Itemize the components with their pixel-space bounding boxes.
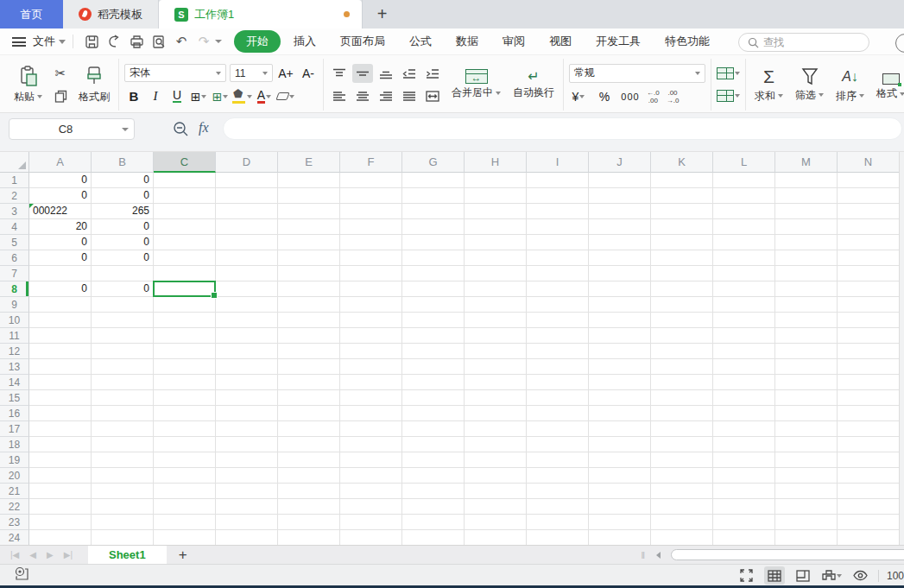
undo-button[interactable]: ↶ (170, 31, 193, 52)
underline-button[interactable]: U (168, 87, 186, 106)
borders-button[interactable]: ⊞ (189, 87, 208, 106)
row-header-8[interactable]: 8 (0, 281, 29, 297)
row-header-14[interactable]: 14 (0, 375, 29, 390)
row-header-10[interactable]: 10 (0, 313, 29, 328)
cell-B8[interactable]: 0 (92, 281, 154, 297)
file-menu[interactable]: 文件 (33, 34, 55, 49)
quick-access-chevron-icon[interactable] (215, 40, 222, 43)
zoom-level[interactable]: 100 (887, 570, 904, 582)
file-chevron-icon[interactable] (59, 40, 66, 44)
row-header-18[interactable]: 18 (0, 437, 29, 452)
normal-view-button[interactable] (764, 566, 785, 585)
align-bottom-button[interactable] (376, 64, 396, 83)
column-header-A[interactable]: A (29, 152, 92, 173)
row-header-16[interactable]: 16 (0, 406, 29, 421)
cell-B5[interactable]: 0 (92, 235, 154, 250)
redo-button[interactable]: ↷ (193, 31, 215, 52)
sheet-nav-arrow[interactable]: ▶ (47, 550, 54, 560)
menu-tab[interactable]: 开始 (234, 30, 281, 53)
format-painter-button[interactable]: 格式刷 (75, 60, 113, 110)
paste-button[interactable]: 粘贴 (10, 60, 46, 110)
align-center-button[interactable] (352, 86, 373, 105)
cell-A3[interactable]: 000222 (29, 204, 92, 219)
export-button[interactable] (103, 31, 125, 52)
tab-workbook[interactable]: S 工作簿1 (159, 0, 362, 28)
row-header-11[interactable]: 11 (0, 328, 29, 344)
decrease-decimal-button[interactable]: .00→.0 (667, 89, 680, 104)
row-header-20[interactable]: 20 (0, 468, 29, 484)
grid-body[interactable]: 0000000222265200000000 (0, 173, 899, 545)
increase-decimal-button[interactable]: ←.0.00 (647, 89, 660, 104)
row-header-2[interactable]: 2 (0, 188, 29, 204)
align-left-button[interactable] (329, 86, 350, 105)
cut-button[interactable]: ✂ (51, 64, 70, 83)
justify-button[interactable] (399, 86, 420, 105)
cell-A6[interactable]: 0 (29, 250, 92, 266)
copy-button[interactable] (51, 86, 70, 105)
row-header-1[interactable]: 1 (0, 173, 29, 188)
distribute-button[interactable] (422, 86, 443, 105)
menu-tab[interactable]: 开发工具 (585, 31, 652, 52)
wrap-text-button[interactable]: ↵ 自动换行 (509, 60, 558, 110)
split-handle-icon[interactable]: ‖ (641, 550, 645, 560)
currency-button[interactable]: ¥ (569, 87, 588, 106)
number-format-select[interactable]: 常规 (569, 64, 705, 83)
percent-button[interactable]: % (595, 87, 614, 106)
column-header-I[interactable]: I (527, 152, 589, 173)
cell-B3[interactable]: 265 (92, 204, 154, 219)
grow-font-button[interactable]: A+ (276, 64, 295, 83)
tab-home[interactable]: 首页 (0, 0, 63, 28)
sheet-nav-arrow[interactable]: ◀ (29, 550, 36, 560)
active-cell-selection[interactable] (153, 281, 216, 297)
cell-shading-button[interactable]: ⊞ (211, 87, 230, 106)
print-preview-button[interactable] (148, 31, 170, 52)
row-header-9[interactable]: 9 (0, 297, 29, 313)
reading-view-button[interactable] (850, 566, 870, 585)
italic-button[interactable]: I (146, 87, 165, 106)
menu-tab[interactable]: 视图 (538, 31, 583, 52)
column-header-J[interactable]: J (589, 152, 651, 173)
formula-input[interactable] (223, 117, 902, 140)
shrink-font-button[interactable]: A- (299, 64, 318, 83)
sheet-tab-sheet1[interactable]: Sheet1 (88, 546, 167, 565)
tab-docer-templates[interactable]: 稻壳模板 (63, 0, 159, 28)
table-style-button[interactable] (717, 64, 740, 83)
sheet-nav-arrow[interactable]: |◀ (10, 550, 19, 560)
column-header-M[interactable]: M (775, 152, 838, 173)
cell-A4[interactable]: 20 (29, 219, 92, 235)
cell-B4[interactable]: 0 (92, 219, 154, 235)
sheet-nav-arrow[interactable]: ▶| (64, 550, 73, 560)
macro-record-icon[interactable] (14, 566, 31, 585)
row-header-17[interactable]: 17 (0, 421, 29, 437)
new-tab-button[interactable]: + (362, 0, 401, 28)
increase-indent-button[interactable] (422, 64, 443, 83)
decrease-indent-button[interactable] (399, 64, 420, 83)
row-header-24[interactable]: 24 (0, 530, 29, 545)
row-header-7[interactable]: 7 (0, 266, 29, 281)
font-color-button[interactable]: A (255, 87, 274, 106)
menu-tab[interactable]: 数据 (445, 31, 490, 52)
horizontal-scrollbar[interactable] (671, 549, 904, 560)
bold-button[interactable]: B (124, 87, 143, 106)
fill-color-button[interactable] (232, 87, 252, 106)
menu-tab[interactable]: 页面布局 (329, 31, 396, 52)
font-name-select[interactable]: 宋体 (124, 64, 226, 82)
column-header-L[interactable]: L (713, 152, 775, 173)
row-header-21[interactable]: 21 (0, 484, 29, 499)
column-header-B[interactable]: B (92, 152, 154, 173)
avatar-icon[interactable] (895, 34, 904, 53)
row-header-3[interactable]: 3 (0, 204, 29, 219)
align-right-button[interactable] (376, 86, 396, 105)
sheet-nav-arrows[interactable]: |◀◀▶▶| (10, 550, 88, 560)
cell-B6[interactable]: 0 (92, 250, 154, 266)
comma-style-button[interactable]: 000 (621, 87, 640, 106)
print-button[interactable] (125, 31, 148, 52)
menu-tab[interactable]: 审阅 (491, 31, 536, 52)
row-header-22[interactable]: 22 (0, 499, 29, 515)
format-button[interactable]: 格式 (873, 60, 904, 110)
vertical-scrollbar[interactable] (899, 152, 904, 545)
font-size-select[interactable]: 11 (230, 64, 273, 82)
hamburger-icon[interactable] (12, 37, 26, 47)
column-header-E[interactable]: E (278, 152, 340, 173)
sort-button[interactable]: A↓ 排序 (832, 60, 868, 110)
